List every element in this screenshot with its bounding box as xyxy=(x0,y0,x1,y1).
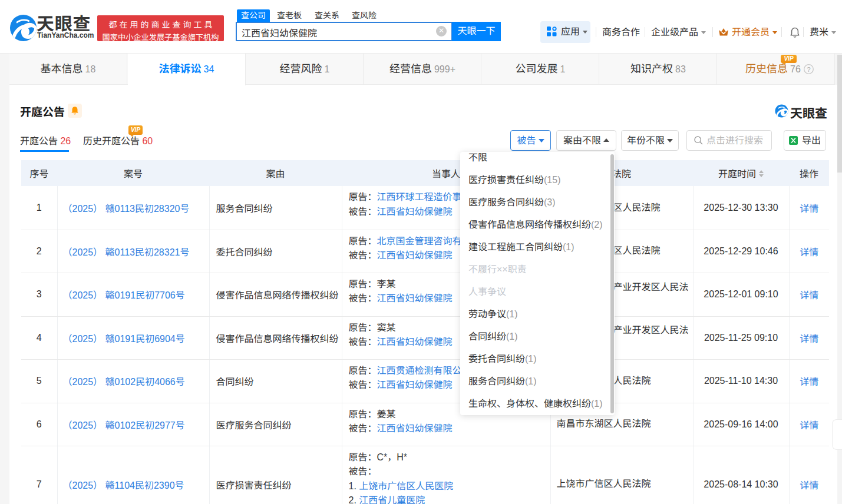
svg-text:?: ? xyxy=(807,66,810,73)
